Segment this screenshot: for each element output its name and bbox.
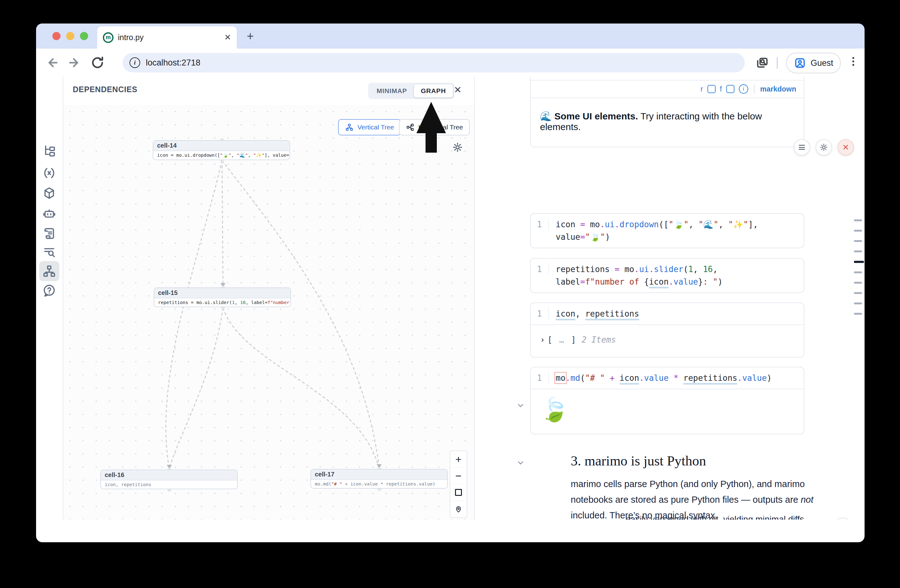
- vertical-tree-button[interactable]: Vertical Tree: [338, 119, 401, 135]
- code-editor[interactable]: mo.md("# " + icon.value * repetitions.va…: [549, 372, 779, 384]
- line-number: 1: [531, 308, 549, 320]
- back-icon[interactable]: [45, 55, 61, 70]
- profile-button[interactable]: Guest: [786, 53, 841, 73]
- minimap-mark[interactable]: [854, 230, 862, 232]
- sidebar-item-ai-assistant[interactable]: [39, 204, 59, 224]
- tab-close-icon[interactable]: ✕: [224, 32, 231, 42]
- code-editor[interactable]: repetitions = mo.ui.slider(1, 16, label=…: [549, 263, 729, 288]
- notebook-pane: 1 **🌊 Some UI elements.** Try interactin…: [475, 77, 864, 520]
- reload-icon[interactable]: [90, 55, 105, 70]
- bracket: ]: [571, 335, 576, 345]
- graph-node-cell-16[interactable]: cell-16 icon, repetitions: [100, 469, 238, 489]
- robot-icon: [42, 207, 56, 221]
- traffic-light-minimize[interactable]: [66, 32, 74, 40]
- site-info-icon[interactable]: i: [129, 57, 140, 68]
- cell-md-call[interactable]: 1 mo.md("# " + icon.value * repetitions.…: [530, 367, 804, 435]
- sidebar-item-snippets[interactable]: [39, 242, 59, 262]
- shutdown-button[interactable]: ✕: [838, 139, 854, 155]
- interactive-lock-button[interactable]: [450, 501, 467, 517]
- cell-markdown-source[interactable]: 1 **🌊 Some UI elements.** Try interactin…: [530, 77, 804, 147]
- dependencies-header: DEPENDENCIES MINIMAP GRAPH ✕: [64, 77, 474, 106]
- forward-icon[interactable]: [67, 55, 82, 70]
- line-number: 1: [531, 372, 549, 384]
- paragraph-text: marimo cells parse Python (and only Pyth…: [571, 479, 805, 504]
- markdown-output: 🌊 Some UI elements. Try interacting with…: [531, 97, 804, 147]
- minimap-mark[interactable]: [854, 313, 862, 315]
- traffic-light-close[interactable]: [52, 32, 61, 40]
- reactive-toggle[interactable]: [708, 85, 715, 93]
- graph-node-cell-15[interactable]: cell-15 repetitions = mo.ui.slider(1, 16…: [154, 288, 291, 307]
- format-toggle[interactable]: [726, 85, 734, 93]
- expand-chevron[interactable]: ›: [540, 335, 545, 345]
- format-toggle-label: f: [720, 85, 722, 93]
- info-icon[interactable]: i: [739, 84, 748, 94]
- horizontal-tree-icon: [406, 123, 414, 132]
- node-title: cell-14: [154, 141, 289, 151]
- graph-settings-icon[interactable]: [452, 141, 464, 153]
- dependency-graph-canvas[interactable]: Vertical Tree Horizontal Tree cell-14 ic…: [64, 105, 474, 520]
- code-editor[interactable]: icon = mo.ui.dropdown(["🍃", "🌊", "✨"], v…: [549, 218, 765, 243]
- minimap-mark[interactable]: [854, 251, 862, 252]
- panel-title: DEPENDENCIES: [73, 85, 137, 94]
- tab-search-icon[interactable]: [756, 56, 769, 70]
- sidebar-item-variables[interactable]: [39, 163, 59, 183]
- minimap-mark[interactable]: [854, 240, 862, 242]
- browser-tab[interactable]: m intro.py ✕: [97, 26, 237, 49]
- minimap-mark[interactable]: [854, 302, 862, 304]
- tab-minimap[interactable]: MINIMAP: [370, 84, 414, 97]
- node-title: cell-16: [101, 470, 237, 481]
- graph-node-cell-17[interactable]: cell-17 mo.md("# " + icon.value * repeti…: [310, 469, 448, 489]
- pin-icon: [455, 505, 462, 513]
- minimap-mark[interactable]: [854, 282, 862, 284]
- toolbar-divider: [777, 57, 778, 69]
- cell-refs[interactable]: 1 icon, repetitions › [ … ] 2 Items: [530, 302, 804, 357]
- cell-footer: r f i markdown: [531, 80, 804, 97]
- traffic-light-zoom[interactable]: [80, 32, 88, 40]
- zoom-out-button[interactable]: −: [450, 468, 467, 484]
- collapse-chevron-icon[interactable]: [516, 401, 525, 410]
- file-tree-icon: [42, 144, 56, 158]
- sidebar-item-scratchpad[interactable]: [39, 223, 59, 243]
- browser-menu-icon[interactable]: [850, 56, 857, 67]
- fit-view-button[interactable]: [450, 484, 467, 501]
- marimo-favicon: m: [103, 32, 113, 43]
- node-title: cell-15: [154, 288, 290, 299]
- list-search-icon: [42, 245, 56, 260]
- minimap-mark[interactable]: [854, 220, 862, 221]
- panel-close-icon[interactable]: ✕: [454, 84, 462, 95]
- help-icon: [42, 283, 56, 298]
- minimap-mark[interactable]: [854, 271, 862, 273]
- cell-minimap: [854, 220, 864, 315]
- menu-icon: [799, 144, 805, 151]
- section-collapse-icon[interactable]: [516, 458, 525, 467]
- url-bar[interactable]: i localhost:2718: [123, 53, 745, 73]
- sidebar-item-file-explorer[interactable]: [39, 141, 59, 161]
- sidebar-item-packages[interactable]: [39, 183, 59, 203]
- sidebar-item-help[interactable]: [39, 280, 59, 300]
- sidebar-item-dependency-graph[interactable]: [39, 261, 59, 281]
- ellipsis: …: [559, 335, 564, 345]
- code-editor[interactable]: icon, repetitions: [549, 308, 646, 320]
- minimap-mark[interactable]: [854, 292, 862, 294]
- marimo-app: DEPENDENCIES MINIMAP GRAPH ✕: [36, 77, 864, 520]
- cell-settings-button[interactable]: [816, 139, 832, 155]
- language-label[interactable]: markdown: [760, 85, 796, 93]
- minimap-mark[interactable]: [854, 261, 864, 263]
- vertical-tree-icon: [345, 123, 354, 132]
- package-icon: [42, 186, 56, 201]
- cell-menu-button[interactable]: [794, 139, 810, 155]
- line-number: 1: [531, 263, 549, 275]
- node-code: icon, repetitions: [101, 481, 237, 489]
- node-code: icon = mo.ui.dropdown(["🍃", "🌊", "✨"], v…: [154, 151, 289, 159]
- browser-window: m intro.py ✕ + i localhost:2718 Guest: [36, 23, 864, 542]
- tab-graph[interactable]: GRAPH: [414, 84, 453, 97]
- new-tab-button[interactable]: +: [247, 30, 254, 42]
- close-icon: ✕: [842, 142, 849, 152]
- cell-dropdown[interactable]: 1 icon = mo.ui.dropdown(["🍃", "🌊", "✨"],…: [530, 213, 804, 248]
- bracket: [: [548, 335, 552, 345]
- annotation-arrow: [416, 102, 446, 153]
- zoom-in-button[interactable]: +: [450, 451, 467, 468]
- line-number: 1: [531, 218, 549, 231]
- graph-node-cell-14[interactable]: cell-14 icon = mo.ui.dropdown(["🍃", "🌊",…: [153, 140, 290, 160]
- cell-slider[interactable]: 1 repetitions = mo.ui.slider(1, 16, labe…: [530, 258, 804, 293]
